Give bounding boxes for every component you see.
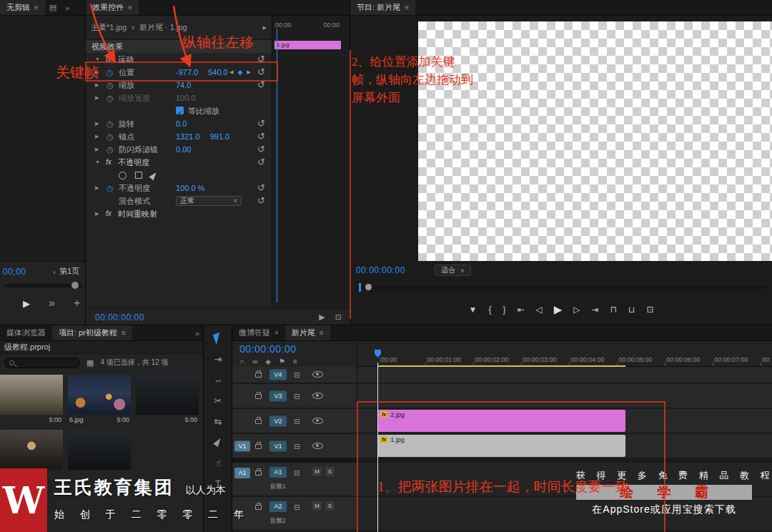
razor-tool[interactable]: ✂ bbox=[209, 393, 227, 408]
clip-thumbnail[interactable] bbox=[0, 375, 63, 415]
timeline-ruler[interactable]: :00:0000:00:01:0000:00:02:0000:00:03:000… bbox=[357, 341, 772, 367]
lock-icon[interactable] bbox=[255, 394, 262, 399]
timeline-timecode[interactable]: 00:00:00:00 bbox=[232, 341, 357, 355]
effect-timecode[interactable]: 00:00:00:00 bbox=[95, 312, 144, 322]
lock-icon[interactable] bbox=[255, 505, 262, 510]
mark-out-button[interactable]: } bbox=[503, 305, 505, 315]
panel-stack-icon[interactable]: ▤ bbox=[45, 0, 61, 15]
tab-overflow-icon[interactable]: » bbox=[61, 0, 74, 15]
program-playhead[interactable] bbox=[359, 283, 361, 292]
clip-thumbnail[interactable] bbox=[68, 430, 131, 470]
hand-tool[interactable]: ☝ bbox=[209, 455, 227, 470]
sync-lock-icon[interactable]: ⊟ bbox=[294, 469, 300, 477]
play-button[interactable]: ▶ bbox=[23, 298, 30, 309]
tab-effect-controls[interactable]: 效果控件 ≡ bbox=[86, 0, 139, 15]
project-item[interactable]: 5:00 bbox=[0, 375, 63, 425]
sync-lock-icon[interactable]: ⊟ bbox=[294, 442, 300, 450]
page-prev-icon[interactable]: ‹ bbox=[53, 267, 56, 276]
list-view-icon[interactable]: ▦ bbox=[86, 358, 94, 368]
effect-keyframe-strip[interactable]: 00:00 00:00 1.jpg bbox=[272, 16, 351, 308]
track-lane-v3[interactable] bbox=[357, 384, 772, 408]
property-value[interactable]: 540.0 bbox=[208, 66, 228, 79]
go-to-in-button[interactable]: ⇤ bbox=[517, 305, 524, 315]
pen-mask-icon[interactable] bbox=[149, 170, 158, 180]
panel-menu-icon[interactable]: ≡ bbox=[128, 4, 132, 11]
sequence-clip-label[interactable]: 新片尾 · 1.jpg bbox=[139, 22, 187, 33]
tab-weibo-sequence[interactable]: 微博答疑 × bbox=[232, 325, 285, 340]
reset-icon[interactable]: ↺ bbox=[257, 194, 265, 207]
property-value[interactable]: 74.0 bbox=[176, 79, 191, 92]
marker-icon[interactable]: ⚑ bbox=[279, 358, 285, 365]
mark-in-button[interactable]: { bbox=[488, 305, 491, 315]
blend-mode-select[interactable]: 正常∨ bbox=[176, 196, 242, 206]
reset-icon[interactable]: ↺ bbox=[257, 79, 265, 92]
mute-button[interactable]: M bbox=[312, 501, 322, 511]
add-marker-button[interactable]: ▼ bbox=[469, 305, 477, 315]
reset-icon[interactable]: ↺ bbox=[257, 130, 265, 143]
toggle-track-output-icon[interactable] bbox=[312, 443, 323, 449]
solo-button[interactable]: S bbox=[325, 467, 335, 476]
project-item[interactable]: 5:00 bbox=[136, 375, 199, 425]
checkbox[interactable]: ✓ bbox=[176, 107, 184, 114]
track-badge-v4[interactable]: V4 bbox=[269, 370, 287, 380]
property-value[interactable]: 100.0 bbox=[176, 92, 196, 104]
twirl-icon[interactable]: ▶ bbox=[95, 143, 99, 156]
step-back-button[interactable]: ◁ bbox=[536, 305, 543, 315]
stopwatch-icon[interactable]: ◷ bbox=[107, 92, 114, 104]
mute-button[interactable]: M bbox=[312, 467, 322, 476]
toggle-track-output-icon[interactable] bbox=[312, 393, 323, 399]
ripple-edit-tool[interactable]: ⇔ bbox=[209, 373, 227, 387]
clip-thumbnail[interactable] bbox=[68, 375, 131, 415]
clip-2-jpg[interactable]: fx2.jpg bbox=[377, 410, 625, 432]
track-badge-v2[interactable]: V2 bbox=[269, 415, 287, 426]
twirl-icon[interactable]: ▶ bbox=[95, 66, 99, 79]
toggle-view-button[interactable]: ⊡ bbox=[335, 312, 342, 322]
play-audio-button[interactable]: ▶ bbox=[319, 312, 325, 322]
next-keyframe-button[interactable]: ▶ bbox=[247, 66, 250, 79]
strip-playhead[interactable] bbox=[277, 29, 277, 302]
toggle-track-output-icon[interactable] bbox=[312, 371, 323, 378]
reset-icon[interactable]: ↺ bbox=[257, 53, 265, 66]
lock-icon[interactable] bbox=[255, 444, 262, 449]
snap-icon[interactable]: ∩ bbox=[239, 358, 244, 365]
reset-icon[interactable]: ↺ bbox=[257, 117, 265, 130]
source-scrollbar[interactable] bbox=[4, 284, 82, 287]
program-timecode[interactable]: 00:00:00:00 bbox=[356, 265, 405, 275]
panel-menu-icon[interactable]: ≡ bbox=[320, 329, 324, 337]
ellipse-mask-icon[interactable] bbox=[119, 172, 127, 179]
tab-project[interactable]: 项目: pr初级教程 ≡ bbox=[52, 325, 132, 340]
source-patch-v1[interactable]: V1 bbox=[234, 440, 250, 451]
prev-keyframe-button[interactable]: ◀ bbox=[229, 66, 233, 79]
stopwatch-icon[interactable]: ◷ bbox=[107, 130, 114, 143]
extract-button[interactable]: ⊔ bbox=[628, 305, 635, 315]
property-value[interactable]: -977.0 bbox=[176, 66, 198, 79]
clip-1-jpg[interactable]: fx1.jpg bbox=[377, 435, 625, 457]
close-icon[interactable]: × bbox=[274, 329, 279, 337]
add-keyframe-button[interactable]: ◆ bbox=[237, 66, 242, 79]
reset-icon[interactable]: ↺ bbox=[257, 66, 265, 79]
property-value[interactable]: 0.00 bbox=[176, 143, 191, 156]
track-badge-v1[interactable]: V1 bbox=[269, 440, 287, 451]
stopwatch-icon[interactable]: ◷ bbox=[107, 66, 114, 79]
track-lane-v2[interactable]: fx2.jpg bbox=[357, 409, 772, 433]
twirl-icon[interactable]: ▶ bbox=[95, 79, 99, 92]
lift-button[interactable]: ⊓ bbox=[610, 305, 617, 315]
program-scrubber[interactable] bbox=[356, 286, 766, 289]
sync-lock-icon[interactable]: ⊟ bbox=[294, 417, 300, 425]
reset-icon[interactable]: ↺ bbox=[257, 143, 265, 156]
property-value[interactable]: 0.0 bbox=[176, 117, 187, 130]
track-lane-v4[interactable] bbox=[357, 367, 772, 383]
timeline-settings-icon[interactable]: ≡ bbox=[293, 358, 297, 365]
zoom-level-select[interactable]: 适合 ∨ bbox=[435, 265, 471, 276]
twirl-icon[interactable]: ▶ bbox=[95, 130, 99, 143]
scrubber-knob[interactable] bbox=[365, 284, 372, 290]
toggle-track-output-icon[interactable] bbox=[312, 418, 323, 424]
project-item[interactable]: 6.jpg5:00 bbox=[68, 375, 131, 425]
twirl-icon[interactable]: ▼ bbox=[95, 53, 100, 66]
twirl-icon[interactable]: ▶ bbox=[95, 207, 99, 220]
rect-mask-icon[interactable] bbox=[135, 172, 142, 179]
step-forward-button[interactable]: ▷ bbox=[573, 305, 580, 315]
property-value[interactable]: 100.0 % bbox=[176, 182, 204, 194]
property-value[interactable]: 991.0 bbox=[210, 130, 230, 143]
play-button[interactable]: ▶ bbox=[554, 303, 563, 316]
